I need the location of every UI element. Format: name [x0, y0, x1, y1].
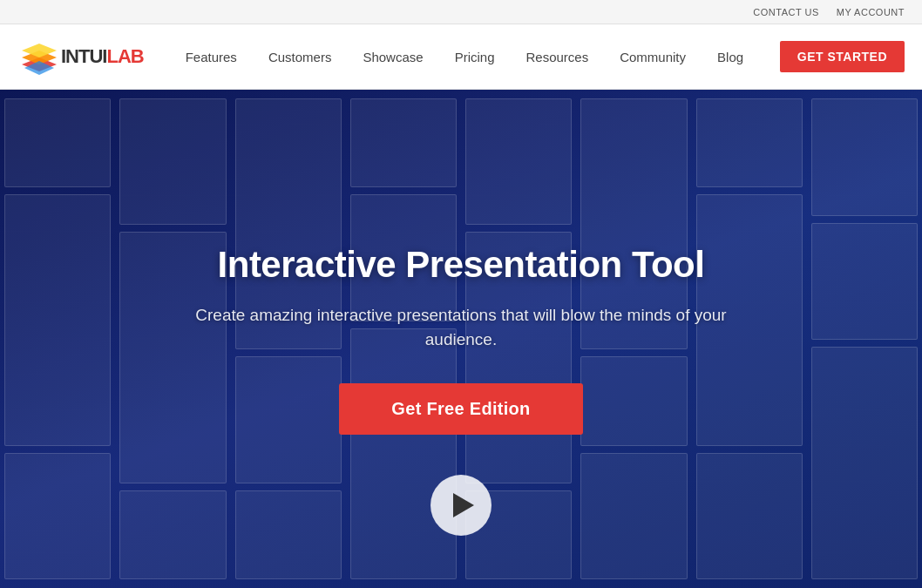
play-icon: [453, 493, 474, 517]
get-started-button[interactable]: GET STARTED: [780, 41, 905, 72]
logo-icon: [17, 38, 61, 75]
hero-content: Interactive Presentation Tool Create ama…: [156, 226, 766, 452]
play-area: [430, 475, 492, 536]
logo-text: INTUILAB: [61, 45, 144, 68]
logo-link[interactable]: INTUILAB: [17, 38, 144, 75]
nav-links: Features Customers Showcase Pricing Reso…: [170, 24, 780, 90]
nav-customers[interactable]: Customers: [253, 24, 348, 90]
nav-showcase[interactable]: Showcase: [347, 24, 438, 90]
my-account-link[interactable]: MY ACCOUNT: [837, 7, 905, 17]
free-edition-button[interactable]: Get Free Edition: [339, 383, 582, 435]
nav-features[interactable]: Features: [170, 24, 253, 90]
hero-title: Interactive Presentation Tool: [173, 244, 749, 286]
svg-marker-2: [22, 44, 57, 57]
nav-community[interactable]: Community: [604, 24, 702, 90]
hero-section: Interactive Presentation Tool Create ama…: [0, 90, 922, 588]
utility-bar: CONTACT US MY ACCOUNT: [0, 0, 922, 24]
nav-blog[interactable]: Blog: [702, 24, 759, 90]
contact-us-link[interactable]: CONTACT US: [753, 7, 819, 17]
hero-subtitle: Create amazing interactive presentations…: [173, 303, 749, 353]
play-video-button[interactable]: [430, 475, 492, 536]
nav-resources[interactable]: Resources: [510, 24, 604, 90]
nav-pricing[interactable]: Pricing: [439, 24, 511, 90]
main-nav: INTUILAB Features Customers Showcase Pri…: [0, 24, 922, 90]
